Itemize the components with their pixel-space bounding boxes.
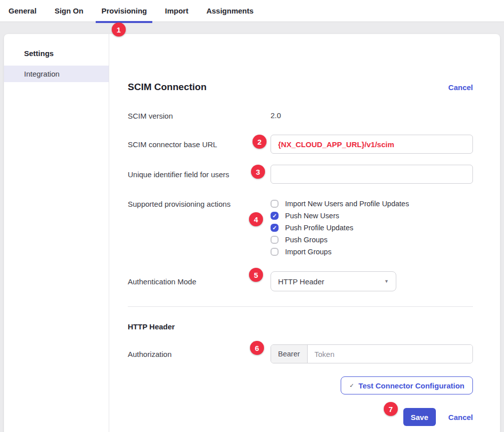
unique-id-row: Unique identifier field for users [128,165,473,184]
provisioning-actions-label: Supported provisioning actions [128,198,271,208]
checkbox-label: Push Profile Updates [285,224,353,232]
test-connector-label: Test Connector Configuration [359,381,464,390]
checkbox-label: Push Groups [285,236,328,244]
sidebar-item-integration[interactable]: Integration [4,66,109,82]
authorization-row: Authorization Bearer [128,344,473,363]
panel-title: SCIM Connection [128,82,206,93]
base-url-row: SCIM connector base URL [128,135,473,154]
auth-mode-select[interactable]: HTTP Header ▼ [271,271,396,291]
authorization-input-group: Bearer [271,344,473,363]
checkbox-label: Import Groups [285,248,332,256]
authorization-label: Authorization [128,350,271,358]
chevron-down-icon: ▼ [384,279,389,284]
panel-header: SCIM Connection Cancel [128,82,473,93]
unique-id-label: Unique identifier field for users [128,170,271,179]
scim-version-value: 2.0 [271,111,281,120]
save-row: Save Cancel [128,408,473,426]
step-badge-5: 5 [249,268,263,282]
auth-mode-label: Authentication Mode [128,277,271,286]
tab-sign-on[interactable]: Sign On [55,0,84,22]
base-url-label: SCIM connector base URL [128,140,271,149]
auth-mode-row: Authentication Mode HTTP Header ▼ [128,271,473,291]
save-button[interactable]: Save [403,408,436,426]
provisioning-card: Settings Integration SCIM Connection Can… [4,34,500,432]
checkbox-checked-icon[interactable] [271,212,279,220]
step-badge-1: 1 [112,23,126,37]
step-badge-4: 4 [249,212,263,226]
cancel-link-bottom[interactable]: Cancel [448,413,473,421]
checkbox-unchecked-icon[interactable] [271,200,279,208]
token-input[interactable] [308,345,472,363]
section-divider [128,306,473,307]
tab-general[interactable]: General [9,0,37,22]
step-badge-2: 2 [253,135,267,149]
tab-import[interactable]: Import [165,0,188,22]
checkbox-row: Push Groups [271,234,473,246]
scim-version-row: SCIM version 2.0 [128,111,473,120]
base-url-input[interactable] [271,135,473,154]
app-tab-bar: General Sign On Provisioning Import Assi… [0,0,504,22]
scim-connection-panel: SCIM Connection Cancel SCIM version 2.0 … [109,34,500,432]
scim-version-label: SCIM version [128,112,271,120]
checkbox-row: Import New Users and Profile Updates [271,198,473,210]
check-icon: ✓ [349,382,354,389]
checkbox-label: Push New Users [285,212,339,220]
cancel-link-top[interactable]: Cancel [448,83,473,92]
bearer-prefix: Bearer [271,345,308,363]
auth-mode-selected-value: HTTP Header [278,277,324,286]
step-badge-6: 6 [250,341,264,355]
test-connector-button[interactable]: ✓ Test Connector Configuration [341,376,473,394]
checkbox-row: Push New Users [271,210,473,222]
checkbox-checked-icon[interactable] [271,224,279,232]
checkbox-unchecked-icon[interactable] [271,236,279,244]
checkbox-unchecked-icon[interactable] [271,248,279,256]
provisioning-actions-list: Import New Users and Profile UpdatesPush… [271,198,473,258]
http-header-section-title: HTTP Header [128,322,473,331]
provisioning-actions-row: Supported provisioning actions Import Ne… [128,198,473,258]
settings-sidebar: Settings Integration [4,34,109,432]
step-badge-7: 7 [384,402,398,416]
checkbox-row: Import Groups [271,246,473,258]
checkbox-label: Import New Users and Profile Updates [285,200,409,208]
step-badge-3: 3 [251,165,265,179]
unique-id-input[interactable] [271,165,473,184]
checkbox-row: Push Profile Updates [271,222,473,234]
sidebar-heading: Settings [4,49,109,58]
tab-assignments[interactable]: Assignments [206,0,254,22]
test-connector-row: ✓ Test Connector Configuration [128,376,473,394]
tab-provisioning[interactable]: Provisioning [101,0,147,22]
